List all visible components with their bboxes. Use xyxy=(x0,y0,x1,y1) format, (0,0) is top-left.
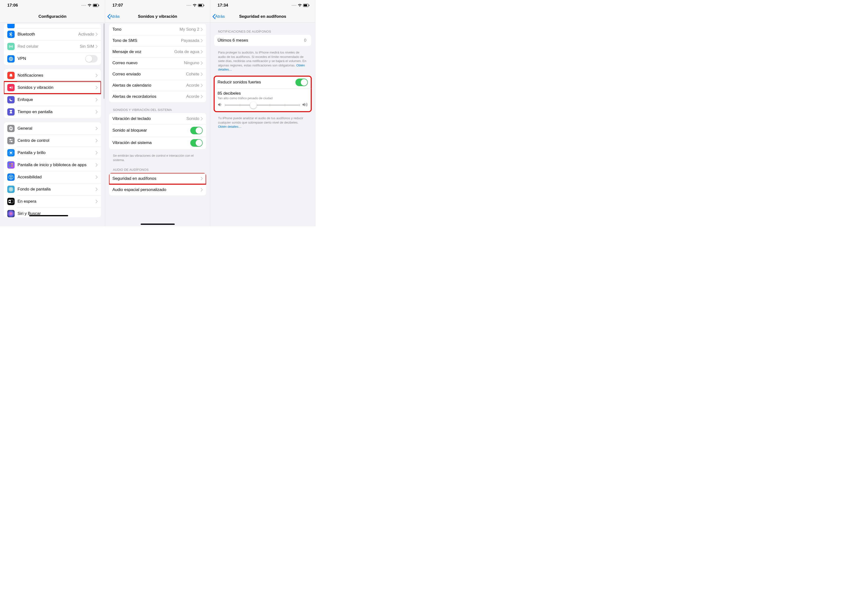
row-cellular[interactable]: Red celular Sin SIM xyxy=(4,41,101,53)
siri-icon xyxy=(7,210,15,217)
row-lock-sound[interactable]: Sonido al bloquear xyxy=(109,124,206,137)
row-calendar-alerts[interactable]: Alertas de calendarioAcorde xyxy=(109,80,206,91)
status-bar: 17:34 •••• xyxy=(210,0,315,11)
row-notifications[interactable]: Notificaciones xyxy=(4,69,101,81)
chevron-right-icon xyxy=(95,33,98,36)
row-value: My Song 2 xyxy=(180,27,199,32)
slider-thumb[interactable] xyxy=(250,102,257,109)
svg-rect-25 xyxy=(11,200,13,203)
row-display-brightness[interactable]: Pantalla y brillo xyxy=(4,147,101,159)
row-spatial-audio[interactable]: Audio espacial personalizado xyxy=(109,184,206,195)
row-control-center[interactable]: Centro de control xyxy=(4,134,101,147)
row-siri-cut[interactable]: Siri y Buscar xyxy=(4,207,101,217)
page-title: Sonidos y vibración xyxy=(138,14,177,19)
headphone-group-header: AUDIO DE AUDÍFONOS xyxy=(113,168,202,172)
wifi-icon xyxy=(87,4,92,7)
battery-icon xyxy=(93,4,100,7)
row-general[interactable]: General xyxy=(4,122,101,134)
row-keyboard-vibration[interactable]: Vibración del teclado Sonido xyxy=(109,113,206,124)
row-wallpaper[interactable]: Fondo de pantalla xyxy=(4,183,101,195)
row-bluetooth[interactable]: Bluetooth Activado xyxy=(4,28,101,41)
status-icons: •••• xyxy=(292,4,310,7)
row-label: Correo enviado xyxy=(112,72,186,76)
svg-point-26 xyxy=(9,201,11,202)
row-screentime[interactable]: Tiempo en pantalla xyxy=(4,106,101,118)
volume-low-icon xyxy=(217,103,222,108)
content-scroll[interactable]: TonoMy Song 2 Tono de SMSPayasada Mensaj… xyxy=(105,22,210,226)
vpn-toggle[interactable] xyxy=(85,55,98,62)
decibel-slider[interactable] xyxy=(225,104,300,106)
reduce-group-footer: Tu iPhone puede analizar el audio de tus… xyxy=(218,116,307,129)
row-label: Bluetooth xyxy=(17,32,78,37)
battery-icon xyxy=(198,4,205,7)
lock-sound-toggle[interactable] xyxy=(190,127,203,134)
reduce-loud-toggle[interactable] xyxy=(295,79,308,86)
row-label: Últimos 6 meses xyxy=(217,38,304,43)
row-label: Fondo de pantalla xyxy=(17,187,95,192)
row-label: Red celular xyxy=(17,44,80,49)
svg-rect-29 xyxy=(204,5,204,6)
row-vpn[interactable]: VPN xyxy=(4,53,101,65)
back-label: Atrás xyxy=(110,14,120,19)
system-vibration-toggle[interactable] xyxy=(190,139,203,147)
chevron-right-icon xyxy=(201,95,203,98)
page-title: Configuración xyxy=(39,14,66,19)
row-new-mail[interactable]: Correo nuevoNinguno xyxy=(109,58,206,69)
group-headphone: Seguridad en audífonos Audio espacial pe… xyxy=(109,173,206,195)
row-label: Tiempo en pantalla xyxy=(17,109,95,114)
row-last-6-months[interactable]: Últimos 6 meses 0 xyxy=(214,35,311,46)
back-button[interactable]: Atrás xyxy=(212,14,225,19)
scrollbar[interactable] xyxy=(104,23,105,99)
chevron-right-icon xyxy=(95,98,98,101)
group-connectivity: Bluetooth Activado Red celular Sin SIM V… xyxy=(4,24,101,65)
row-value: Cohete xyxy=(186,72,199,76)
row-text-tone[interactable]: Tono de SMSPayasada xyxy=(109,35,206,46)
row-home-screen[interactable]: Pantalla de inicio y biblioteca de apps xyxy=(4,159,101,171)
row-accessibility[interactable]: Accesibilidad xyxy=(4,171,101,183)
nav-bar: Atrás Seguridad en audífonos xyxy=(210,11,315,22)
chevron-right-icon xyxy=(201,188,203,192)
gear-icon xyxy=(7,125,15,132)
row-system-vibration[interactable]: Vibración del sistema xyxy=(109,137,206,149)
row-ringtone[interactable]: TonoMy Song 2 xyxy=(109,24,206,35)
home-indicator[interactable] xyxy=(141,224,175,225)
system-group-header: SONIDOS Y VIBRACIÓN DEL SISTEMA xyxy=(113,108,202,112)
speaker-icon xyxy=(7,84,15,91)
status-icons: •••• xyxy=(81,4,100,7)
learn-more-link[interactable]: Obtén detalles… xyxy=(218,125,242,128)
decibel-slider-row xyxy=(214,101,311,112)
group-reduce-loud: Reducir sonidos fuertes 85 decibeles Tan… xyxy=(214,76,311,112)
phone-settings-main: 17:06 •••• Configuración Bluetooth Activ… xyxy=(0,0,105,226)
row-value: Sonido xyxy=(186,116,199,121)
back-button[interactable]: Atrás xyxy=(107,14,120,19)
row-label: Vibración del sistema xyxy=(112,140,190,145)
row-headphone-safety[interactable]: Seguridad en audífonos xyxy=(109,173,206,184)
row-label: General xyxy=(17,126,95,131)
group-notif: Últimos 6 meses 0 xyxy=(214,35,311,46)
wifi-settings-icon xyxy=(7,24,15,28)
chevron-right-icon xyxy=(95,139,98,142)
wifi-icon xyxy=(298,4,302,7)
volume-high-icon xyxy=(302,103,308,108)
content-scroll[interactable]: NOTIFICACIONES DE AUDÍFONOS Últimos 6 me… xyxy=(210,22,315,226)
content-scroll[interactable]: Bluetooth Activado Red celular Sin SIM V… xyxy=(0,22,105,226)
row-value: 0 xyxy=(304,38,306,43)
row-focus[interactable]: Enfoque xyxy=(4,94,101,106)
group-system: Vibración del teclado Sonido Sonido al b… xyxy=(109,113,206,149)
carrier-dots-icon: •••• xyxy=(81,4,86,7)
row-sounds-vibration[interactable]: Sonidos y vibración xyxy=(4,81,101,94)
row-reduce-loud-toggle[interactable]: Reducir sonidos fuertes xyxy=(214,76,311,89)
row-sent-mail[interactable]: Correo enviadoCohete xyxy=(109,69,206,80)
nav-bar: Atrás Sonidos y vibración xyxy=(105,11,210,22)
chevron-right-icon xyxy=(95,45,98,48)
row-wifi-cut[interactable] xyxy=(4,24,101,28)
row-voicemail[interactable]: Mensaje de vozGota de agua xyxy=(109,46,206,58)
svg-point-6 xyxy=(10,139,11,140)
phone-headphone-safety: 17:34 •••• Atrás Seguridad en audífonos … xyxy=(210,0,315,226)
row-standby[interactable]: En espera xyxy=(4,195,101,207)
svg-rect-2 xyxy=(98,5,99,6)
row-value: Acorde xyxy=(186,94,199,99)
svg-point-7 xyxy=(11,141,12,142)
row-reminder-alerts[interactable]: Alertas de recordatoriosAcorde xyxy=(109,91,206,102)
group-sounds: TonoMy Song 2 Tono de SMSPayasada Mensaj… xyxy=(109,24,206,102)
